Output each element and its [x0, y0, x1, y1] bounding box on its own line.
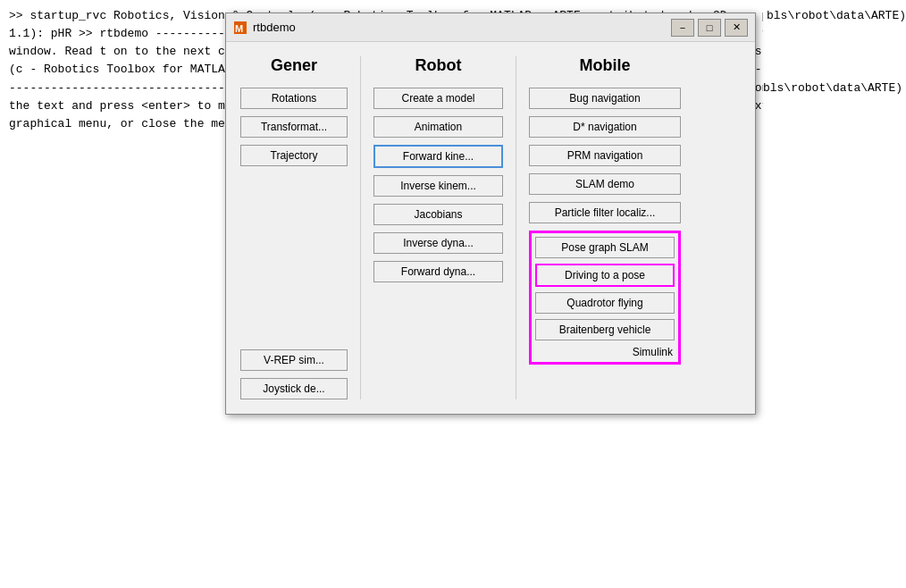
separator-1 [360, 56, 361, 399]
btn-prm-nav[interactable]: PRM navigation [529, 145, 681, 166]
rtbdemo-dialog: M rtbdemo − □ ✕ Gener Rotations Transfor… [225, 13, 756, 415]
mobile-highlight-group: Pose graph SLAM Driving to a pose Quadro… [529, 231, 681, 365]
dialog-title-text: rtbdemo [253, 21, 296, 34]
robot-column: Robot Create a model Animation Forward k… [373, 56, 503, 399]
btn-inverse-kinem[interactable]: Inverse kinem... [373, 175, 503, 197]
mobile-header: Mobile [580, 56, 631, 75]
btn-create-model[interactable]: Create a model [373, 88, 503, 109]
btn-forward-dyna[interactable]: Forward dyna... [373, 261, 503, 282]
simulink-label: Simulink [535, 346, 675, 358]
dialog-title-left: M rtbdemo [233, 21, 296, 35]
btn-jacobians[interactable]: Jacobians [373, 204, 503, 225]
btn-quadrotor[interactable]: Quadrotor flying [535, 292, 675, 314]
gener-column: Gener Rotations Transformat... Trajector… [240, 56, 348, 399]
minimize-button[interactable]: − [671, 19, 694, 37]
btn-braitenberg[interactable]: Braitenberg vehicle [535, 319, 675, 340]
terminal-right: bls\robot\data\ARTE) bls\robot\data\ARTE… [763, 0, 906, 165]
btn-animation[interactable]: Animation [373, 116, 503, 138]
btn-inverse-dyna[interactable]: Inverse dyna... [373, 232, 503, 254]
terminal-right-line3: bls\robot\data\ARTE) [763, 80, 902, 97]
btn-trajectory[interactable]: Trajectory [240, 145, 348, 166]
dialog-controls: − □ ✕ [671, 19, 748, 37]
btn-joystick[interactable]: Joystick de... [240, 378, 348, 399]
svg-text:M: M [235, 23, 243, 34]
dialog-content: Gener Rotations Transformat... Trajector… [226, 42, 755, 414]
robot-header: Robot [415, 56, 462, 75]
btn-slam-demo[interactable]: SLAM demo [529, 173, 681, 195]
gener-header: Gener [271, 56, 317, 75]
btn-bug-nav[interactable]: Bug navigation [529, 88, 681, 109]
terminal-right-line1: bls\robot\data\ARTE) [767, 7, 902, 25]
btn-rotations[interactable]: Rotations [240, 88, 348, 109]
mobile-column: Mobile Bug navigation D* navigation PRM … [529, 56, 681, 399]
btn-forward-kine[interactable]: Forward kine... [373, 145, 503, 168]
matlab-icon: M [233, 21, 247, 35]
restore-button[interactable]: □ [698, 19, 721, 37]
btn-vrep[interactable]: V-REP sim... [240, 349, 348, 371]
btn-particle-filter[interactable]: Particle filter localiz... [529, 202, 681, 223]
close-button[interactable]: ✕ [725, 19, 748, 37]
btn-pose-graph[interactable]: Pose graph SLAM [535, 237, 675, 258]
btn-driving-pose[interactable]: Driving to a pose [535, 264, 675, 287]
dialog-titlebar: M rtbdemo − □ ✕ [226, 13, 755, 42]
btn-dstar-nav[interactable]: D* navigation [529, 116, 681, 138]
btn-transformat[interactable]: Transformat... [240, 116, 348, 138]
separator-2 [516, 56, 516, 399]
